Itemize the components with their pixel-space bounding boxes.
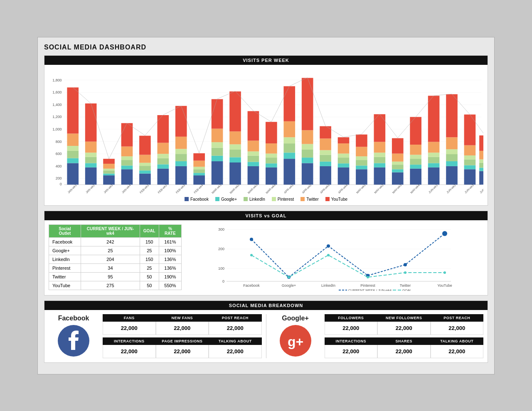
legend-color-googleplus (215, 197, 219, 201)
legend-label-youtube: YouTube (331, 197, 347, 202)
facebook-card: Facebook FANS NEW FANS POST REACH 22,000 (49, 314, 262, 358)
svg-rect-55 (158, 168, 169, 184)
dashboard-title: SOCIAL MEDIA DASHBOARD (44, 44, 488, 51)
legend-pinterest: Pinterest (272, 197, 294, 202)
svg-rect-78 (212, 148, 223, 155)
svg-text:MAR-wk3: MAR-wk3 (247, 183, 258, 194)
col-header-current: CURRENT WEEK / JUN-wk4 (81, 224, 140, 237)
goal-cell: 50 (140, 281, 159, 290)
table-row: Google+ 25 25 100% (49, 246, 182, 255)
goal-cell: 50 (140, 272, 159, 281)
gp-talkingabout-header: TALKING ABOUT (431, 337, 484, 345)
svg-point-211 (367, 276, 369, 278)
svg-rect-162 (428, 157, 440, 163)
svg-rect-73 (193, 160, 205, 167)
svg-rect-52 (139, 155, 151, 162)
table-row: YouTube 275 50 550% (49, 281, 182, 290)
svg-point-212 (404, 271, 406, 274)
svg-rect-77 (212, 155, 223, 161)
svg-rect-46 (121, 123, 133, 146)
visits-per-week-header: VISITS PER WEEK (44, 56, 488, 65)
svg-rect-25 (67, 87, 79, 133)
col-header-rate: % RATE (159, 224, 181, 237)
svg-rect-182 (479, 167, 483, 171)
legend-label-facebook: Facebook (190, 197, 209, 202)
legend-color-youtube (325, 197, 330, 201)
svg-rect-137 (356, 134, 367, 147)
svg-text:APR-wk3: APR-wk3 (320, 183, 330, 193)
svg-rect-57 (158, 158, 169, 164)
visits-goal-chart: 300 200 100 0 Facebook Google+ LinkedIn … (186, 224, 483, 291)
svg-rect-161 (428, 163, 440, 167)
svg-rect-168 (446, 161, 458, 166)
fb-talkingabout-header: TALKING ABOUT (209, 337, 262, 345)
svg-rect-22 (67, 150, 79, 158)
svg-rect-43 (121, 160, 133, 165)
svg-point-204 (327, 244, 330, 248)
svg-rect-98 (266, 163, 277, 167)
svg-rect-107 (283, 137, 295, 143)
svg-rect-126 (338, 163, 350, 167)
svg-rect-45 (121, 146, 133, 156)
svg-rect-90 (248, 166, 259, 184)
svg-rect-80 (212, 128, 223, 142)
svg-text:Pinterest: Pinterest (360, 283, 375, 288)
svg-text:FEB-wk3: FEB-wk3 (175, 183, 186, 193)
current-cell: 204 (81, 255, 140, 263)
legend-linkedin: LinkedIn (244, 197, 265, 202)
svg-rect-146 (392, 172, 404, 185)
facebook-stats-top-values: 22,000 22,000 22,000 (103, 322, 262, 335)
svg-text:FEB-wk4: FEB-wk4 (193, 183, 204, 193)
svg-text:Google+: Google+ (282, 283, 296, 288)
breakdown-header: SOCIAL MEDIA BREAKDOWN (44, 301, 488, 310)
svg-rect-31 (85, 141, 97, 153)
svg-text:YouTube: YouTube (437, 283, 452, 288)
svg-rect-53 (139, 135, 151, 155)
svg-rect-28 (85, 163, 97, 167)
svg-rect-108 (283, 121, 295, 137)
svg-rect-95 (248, 111, 259, 140)
svg-point-207 (442, 231, 447, 236)
svg-rect-29 (85, 157, 97, 163)
fb-fans-value: 22,000 (103, 322, 156, 335)
gp-followers-value: 22,000 (325, 322, 378, 335)
chart-legend: Facebook Google+ LinkedIn Pinterest Twit… (49, 194, 483, 203)
svg-rect-185 (479, 150, 483, 159)
svg-point-208 (250, 254, 253, 256)
visits-goal-body: Social Outlet CURRENT WEEK / JUN-wk4 GOA… (44, 220, 488, 295)
svg-text:FEB-wk2: FEB-wk2 (157, 183, 167, 193)
svg-text:MAY-wk2: MAY-wk2 (374, 183, 384, 193)
svg-rect-100 (266, 153, 277, 158)
svg-rect-105 (283, 153, 295, 159)
svg-rect-130 (338, 137, 350, 143)
svg-rect-181 (479, 171, 483, 185)
col-header-goal: GOAL (140, 224, 159, 237)
gp-followers-header: FOLLOWERS (325, 314, 378, 322)
fb-pageimpressions-value: 22,000 (156, 345, 209, 358)
googleplus-card: Google+ g+ FOLLOWERS NEW FOLLOWERS POST … (271, 314, 484, 358)
svg-rect-91 (248, 162, 259, 166)
svg-rect-150 (392, 153, 404, 161)
svg-text:JUN-wk4: JUN-wk4 (479, 183, 483, 193)
svg-rect-71 (193, 169, 205, 173)
goal-cell: 150 (140, 255, 159, 263)
fb-interactions-header: INTERACTIONS (103, 337, 156, 345)
fb-newfans-value: 22,000 (156, 322, 209, 335)
svg-rect-99 (266, 158, 277, 163)
social-media-breakdown-section: SOCIAL MEDIA BREAKDOWN Facebook FANS NEW… (44, 300, 488, 363)
svg-text:1,400: 1,400 (52, 102, 62, 106)
svg-text:100: 100 (218, 266, 224, 271)
svg-rect-79 (212, 142, 223, 148)
svg-rect-113 (302, 149, 313, 157)
gp-stats-bottom-values: 22,000 22,000 22,000 (325, 345, 484, 358)
gp-shares-value: 22,000 (377, 345, 431, 358)
svg-text:0: 0 (60, 182, 62, 186)
svg-rect-147 (392, 169, 404, 172)
svg-rect-163 (428, 153, 440, 157)
legend-facebook: Facebook (185, 197, 209, 202)
legend-twitter: Twitter (300, 197, 318, 202)
fb-interactions-value: 22,000 (103, 345, 156, 358)
svg-rect-118 (320, 166, 331, 184)
gp-interactions-value: 22,000 (325, 345, 378, 358)
svg-text:APR-wk1: APR-wk1 (283, 183, 294, 193)
